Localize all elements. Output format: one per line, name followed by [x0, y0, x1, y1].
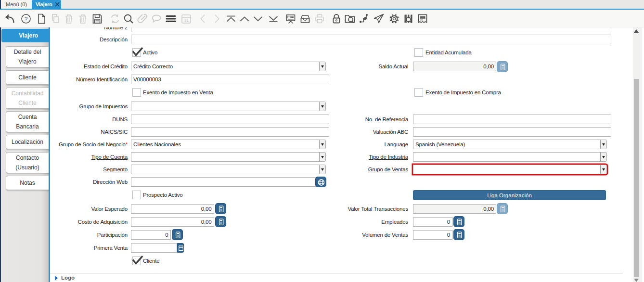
- svg-text:?: ?: [24, 16, 27, 23]
- svg-text:31: 31: [184, 18, 189, 23]
